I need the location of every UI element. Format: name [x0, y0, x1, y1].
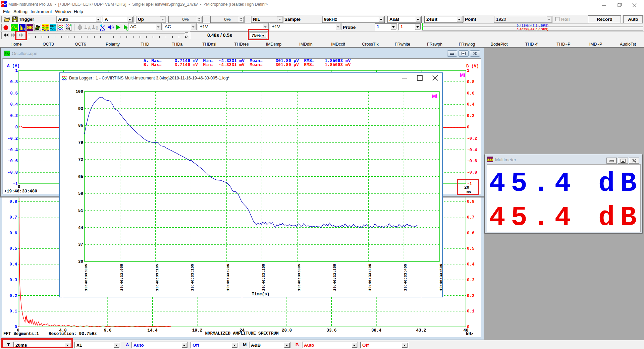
- svg-text:-0.6: -0.6: [8, 159, 18, 164]
- svg-text:79: 79: [78, 140, 83, 145]
- svg-text:-0.8: -0.8: [467, 170, 477, 175]
- svg-text:33.6: 33.6: [326, 328, 336, 333]
- svg-text:19:46:33:105: 19:46:33:105: [155, 264, 159, 291]
- svg-text:0.6: 0.6: [467, 91, 475, 96]
- svg-text:0.1: 0.1: [9, 309, 17, 314]
- svg-text:44: 44: [78, 226, 84, 230]
- svg-text:0.8: 0.8: [467, 199, 475, 204]
- svg-text:0.7: 0.7: [9, 215, 17, 220]
- svg-text:30: 30: [78, 259, 83, 264]
- svg-text:19.2: 19.2: [192, 328, 202, 333]
- svg-text:-0.2: -0.2: [8, 136, 18, 141]
- svg-text:37: 37: [78, 242, 83, 247]
- svg-text:A (V): A (V): [7, 64, 20, 68]
- svg-text:19:46:33:255: 19:46:33:255: [262, 264, 266, 291]
- svg-text:0.2: 0.2: [10, 114, 18, 118]
- svg-text:0.6: 0.6: [10, 91, 18, 96]
- svg-text:86: 86: [78, 123, 83, 128]
- svg-text:-0.2: -0.2: [467, 136, 477, 141]
- svg-text:19:46:33:355: 19:46:33:355: [333, 264, 337, 291]
- svg-text:B: B: [96, 26, 99, 31]
- svg-text:B: Max= 3.7146 mV Min= -: B: Max= 3.7146 mV Min= -4.3231 mV Mean= …: [144, 63, 351, 67]
- svg-text:-0.8: -0.8: [8, 170, 18, 175]
- svg-text:0.4: 0.4: [10, 102, 18, 107]
- svg-text:0: 0: [467, 125, 470, 130]
- svg-text:888: 888: [27, 25, 33, 31]
- svg-text:100: 100: [75, 90, 83, 94]
- svg-text:0.1: 0.1: [467, 309, 475, 314]
- svg-text:19:46:33:055: 19:46:33:055: [120, 264, 124, 291]
- svg-text:Resolution: 93.75Hz: Resolution: 93.75Hz: [49, 332, 97, 336]
- svg-text:B (V): B (V): [466, 64, 479, 69]
- svg-text:0.2: 0.2: [9, 294, 17, 298]
- svg-text:0.8: 0.8: [10, 80, 18, 84]
- svg-text:93: 93: [78, 107, 83, 111]
- svg-text:19:46:33:155: 19:46:33:155: [191, 264, 195, 291]
- svg-text:0.3: 0.3: [467, 278, 475, 283]
- svg-text:Time(s): Time(s): [252, 292, 270, 297]
- svg-text:19:46:33:505: 19:46:33:505: [439, 264, 442, 291]
- svg-text:0.5: 0.5: [9, 246, 17, 251]
- svg-text:19:46:33:005: 19:46:33:005: [84, 264, 88, 291]
- svg-text:0.4: 0.4: [467, 102, 475, 107]
- svg-text:-0.6: -0.6: [467, 159, 477, 164]
- svg-text:19:46:33:205: 19:46:33:205: [226, 264, 230, 291]
- svg-text:58: 58: [78, 191, 83, 196]
- svg-text:0: 0: [15, 125, 18, 130]
- svg-text:FFT Segments:1: FFT Segments:1: [3, 332, 39, 336]
- svg-text:0.6: 0.6: [9, 231, 17, 236]
- svg-text:19:46:33:405: 19:46:33:405: [368, 264, 372, 291]
- svg-text:19:46:33:305: 19:46:33:305: [297, 264, 301, 291]
- svg-text:14.4: 14.4: [147, 328, 158, 333]
- svg-text:0.7: 0.7: [467, 215, 475, 220]
- svg-text:1: 1: [15, 68, 18, 73]
- svg-text:72: 72: [78, 158, 83, 162]
- svg-text:DUT: DUT: [50, 24, 56, 28]
- svg-text:P: P: [70, 24, 72, 27]
- svg-text:Mi: Mi: [460, 72, 465, 78]
- svg-text:65: 65: [78, 175, 83, 179]
- svg-text:1: 1: [467, 68, 470, 73]
- svg-text:28.8: 28.8: [282, 328, 292, 333]
- svg-text:-0.4: -0.4: [467, 148, 477, 153]
- svg-text:0.2: 0.2: [467, 114, 475, 118]
- svg-text:0.4: 0.4: [467, 262, 475, 267]
- svg-text:0.4: 0.4: [9, 262, 17, 267]
- svg-text:Mi: Mi: [432, 94, 437, 99]
- svg-text:43.2: 43.2: [416, 328, 426, 333]
- svg-text:0.3: 0.3: [9, 278, 17, 283]
- svg-text:0.5: 0.5: [467, 246, 475, 251]
- svg-text:0.8: 0.8: [467, 80, 475, 84]
- svg-text:-0.4: -0.4: [8, 148, 18, 153]
- svg-text:9.6: 9.6: [104, 328, 112, 333]
- svg-text:888: 888: [487, 158, 493, 162]
- svg-text:51: 51: [78, 209, 84, 213]
- svg-text:0.8: 0.8: [9, 199, 17, 204]
- svg-text:0.2: 0.2: [467, 294, 475, 298]
- svg-text:0: 0: [18, 185, 20, 189]
- svg-text:+19:46:33:480: +19:46:33:480: [4, 189, 37, 194]
- svg-text:0.6: 0.6: [467, 231, 475, 236]
- svg-text:A: A: [88, 26, 91, 31]
- svg-text:19:46:33:455: 19:46:33:455: [404, 264, 408, 291]
- svg-text:kHz: kHz: [466, 332, 474, 337]
- svg-text:-1: -1: [13, 182, 18, 186]
- svg-text:38.4: 38.4: [371, 328, 382, 333]
- svg-text:NORMALIZED AMPLITUDE SPECTRUM: NORMALIZED AMPLITUDE SPECTRUM: [205, 331, 278, 336]
